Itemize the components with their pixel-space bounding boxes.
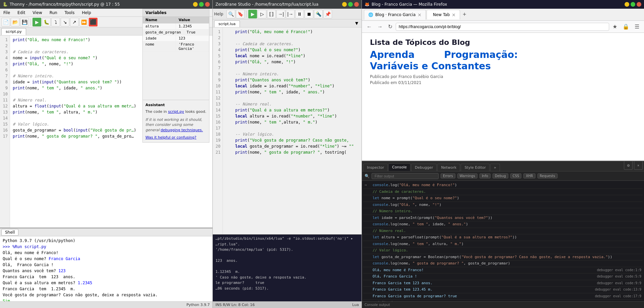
zbrane-code-content[interactable]: print("Olá, meu nome é Franco!") -- Cade… — [223, 27, 362, 234]
console-line: let nome = prompt("Qual é o seu nome?") — [363, 195, 643, 202]
shell-content[interactable]: Python 3.9.7 (/usr/bin/python) >>> %Run … — [0, 236, 212, 301]
console-text: console.log(nome, " tem ", altura, " m."… — [373, 241, 641, 247]
ff-dt-pill-css[interactable]: CSS — [510, 173, 522, 178]
terminal-line: le programar? true — [215, 280, 359, 286]
zbrane-close-btn[interactable] — [354, 2, 359, 7]
zbrane-step-btn[interactable]: →| — [276, 10, 285, 18]
shell-tab[interactable]: Shell — [1, 229, 18, 236]
console-text: // Número inteiro. — [373, 209, 641, 214]
step-over-btn[interactable]: ⤵ — [51, 18, 60, 26]
console-output-line: Franco Garcia gosta de programar? true d… — [363, 293, 643, 300]
ff-tab-close-2[interactable]: × — [452, 12, 456, 17]
ff-maximize-btn[interactable] — [631, 2, 635, 7]
zbrane-inspect-btn[interactable]: 🔦 — [314, 10, 323, 18]
var-name: gosta_de_progran — [143, 29, 184, 35]
ff-url-input[interactable] — [396, 23, 609, 31]
zbrane-code-line: print("Você gosta de programar? Caso não… — [226, 137, 359, 143]
ff-tab-label-1: Blog · Franco Garcia — [375, 12, 415, 17]
ff-back-btn[interactable]: ← — [365, 23, 374, 30]
thonny-close-btn[interactable] — [205, 2, 210, 7]
zbrane-tab-bar: script.lua ▾ — [213, 19, 362, 27]
menu-run[interactable]: Run — [48, 10, 59, 16]
step-out-btn[interactable]: ↗ — [70, 18, 79, 26]
shell-line: Olá, Franco Garcia ! — [3, 262, 210, 268]
zbrane-step2-btn[interactable]: |→ — [286, 10, 295, 18]
ff-dt-pill-info[interactable]: Info — [479, 173, 491, 178]
zbrane-watch-btn[interactable]: 📌 — [323, 10, 332, 18]
assistant-text: The code in script.py looks good. — [145, 109, 206, 114]
ff-dt-pill-xhr[interactable]: XHR — [523, 173, 535, 178]
ff-dt-pill-warnings[interactable]: Warnings — [457, 173, 477, 178]
step-into-btn[interactable]: ↘ — [61, 18, 69, 26]
zbrane-run2-btn[interactable]: ▷ — [258, 10, 266, 18]
debug-btn[interactable]: 🐛 — [42, 18, 51, 26]
ff-dt-filter-icon[interactable]: 🔍 — [365, 174, 370, 178]
ff-dt-tab-inspector[interactable]: Inspector — [363, 164, 388, 171]
zbrane-search-btn[interactable]: 🔍 — [227, 10, 235, 18]
ff-dt-tab-debugger[interactable]: Debugger — [411, 164, 437, 171]
assistant-link1[interactable]: script.py — [168, 109, 184, 114]
ff-dt-toolbar: 🔍 Errors Warnings Info Debug CSS XHR Req… — [362, 171, 644, 181]
menu-edit[interactable]: Edit — [15, 10, 27, 16]
zbrane-bookmark-btn[interactable]: 🔖 — [236, 10, 245, 18]
thonny-script-tab[interactable]: script.py — [1, 28, 26, 35]
zbrane-code-line: print(nome, " tem ",altura, " m.") — [226, 119, 359, 125]
ff-tab-blog[interactable]: 🌐 Blog · Franco Garcia × — [364, 10, 426, 20]
zbrane-code-line: local gosta_de_programar = io.read("*lin… — [226, 143, 359, 149]
new-file-btn[interactable]: 📄 — [1, 18, 10, 26]
resume-btn[interactable]: ⏩ — [79, 18, 88, 26]
ff-menu-btn[interactable]: ☰ — [633, 23, 641, 30]
ff-app-icon: 🦊 — [365, 2, 370, 7]
zbrane-code-line: print(nome, " gosta de programar? ", tos… — [226, 149, 359, 155]
console-line: console.log(nome, " tem ", idade, " anos… — [363, 221, 643, 228]
menu-tools[interactable]: Tools — [63, 10, 77, 16]
zbrane-tab[interactable]: script.lua — [214, 20, 240, 27]
console-source: debugger eval code:1:9 — [588, 267, 641, 273]
ff-reload-btn[interactable]: ↻ — [386, 23, 394, 30]
var-value: 1.2345 — [176, 23, 209, 29]
ff-dt-pill-debug[interactable]: Debug — [493, 173, 508, 178]
menu-view[interactable]: View — [30, 10, 44, 16]
ff-meta-date: Publicado em 03/11/2021 — [370, 80, 636, 85]
ff-minimize-btn[interactable] — [625, 2, 629, 7]
ff-dt-settings-btn[interactable]: ⚙ — [624, 161, 633, 170]
ff-new-tab-btn[interactable]: + — [461, 10, 468, 19]
shell-line: >>> %Run script.py — [3, 244, 210, 250]
assistant-helpful-link[interactable]: Was it helpful or confusing? — [145, 135, 196, 140]
ff-forward-btn[interactable]: → — [375, 23, 385, 30]
ff-dt-filter-input[interactable] — [372, 173, 439, 179]
ff-dt-pill-errors[interactable]: Errors — [441, 173, 455, 178]
zbrane-scroll-btn[interactable]: ▾ — [353, 19, 360, 27]
zbrane-code-area[interactable]: 12345 678910 1112131415 1617181920 21 pr… — [213, 27, 362, 234]
ff-dt-tab-console[interactable]: Console — [388, 163, 410, 171]
ff-bookmark-btn[interactable]: ★ — [610, 23, 619, 30]
ff-dt-close-btn[interactable]: × — [634, 161, 643, 170]
menu-help[interactable]: Help — [80, 10, 93, 16]
zbrane-run-btn[interactable]: ▶ — [248, 10, 257, 18]
ff-dt-pill-requests[interactable]: Requests — [537, 173, 558, 178]
shell-tab-bar: Shell — [0, 228, 212, 236]
open-file-btn[interactable]: 📂 — [11, 18, 19, 26]
var-value: True — [184, 29, 209, 35]
zbrane-maximize-btn[interactable] — [348, 2, 353, 7]
zbrane-debug-btn[interactable]: ⟦⟧ — [267, 10, 276, 18]
ff-tab-close-1[interactable]: × — [417, 12, 422, 17]
ff-tab-newtab[interactable]: New Tab × — [427, 10, 460, 19]
ff-close-btn[interactable] — [637, 2, 641, 7]
zbrane-minimize-btn[interactable] — [342, 2, 347, 7]
thonny-maximize-btn[interactable] — [199, 2, 204, 7]
zbrane-code-line: -- Cadeia de caracteres. — [226, 41, 359, 47]
ff-dt-tab-more[interactable]: » — [490, 164, 500, 171]
ff-dt-tab-style[interactable]: Style Editor — [461, 164, 490, 171]
ff-dt-tab-network[interactable]: Network — [437, 164, 460, 171]
stop-btn[interactable]: ⬛ — [89, 18, 98, 26]
zbrane-code-line: -- Valor lógico. — [226, 131, 359, 137]
terminal-line: …pt/zbstudio/bin/linux/x64/lua" -e "io.s… — [215, 236, 359, 242]
thonny-minimize-btn[interactable] — [193, 2, 198, 7]
save-file-btn[interactable]: 💾 — [20, 18, 29, 26]
zbrane-stop-btn[interactable]: ⏹ — [305, 10, 313, 18]
menu-file[interactable]: File — [1, 10, 12, 16]
run-btn[interactable]: ▶ — [33, 18, 41, 26]
zbrane-pause-btn[interactable]: ⏸ — [295, 10, 304, 18]
assistant-debug-link[interactable]: debugging techniques. — [160, 128, 203, 132]
